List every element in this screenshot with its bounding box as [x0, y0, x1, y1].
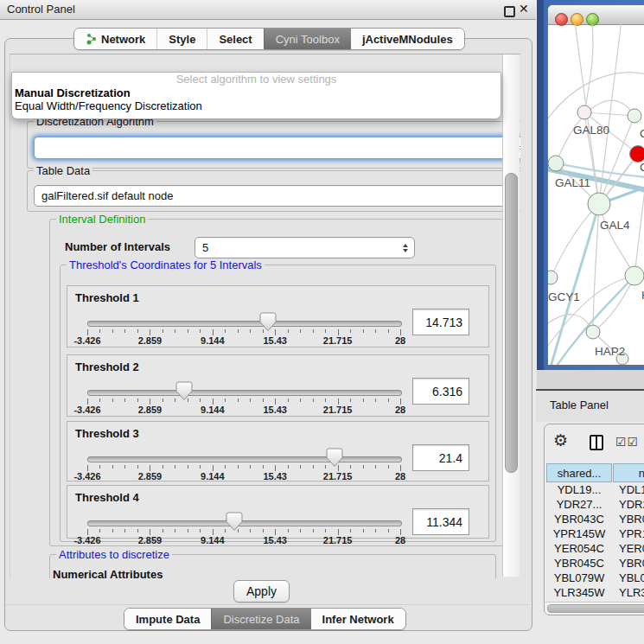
table-cell[interactable]: YDR2 [614, 497, 644, 512]
slider-tick-label: 15.43 [263, 405, 287, 415]
tab-discretize-data[interactable]: Discretize Data [211, 609, 310, 629]
tab-select[interactable]: Select [207, 29, 263, 49]
network-node-label: GCY1 [548, 290, 580, 303]
threshold-label: Threshold 1 [75, 291, 139, 304]
slider-tick [275, 529, 276, 535]
threshold-slider-thumb[interactable] [175, 381, 193, 401]
slider-tick-label: 9.144 [201, 535, 225, 545]
network-node[interactable] [548, 156, 564, 171]
threshold-slider-track[interactable] [87, 456, 402, 462]
algorithm-option[interactable]: Equal Width/Frequency Discretization [12, 99, 501, 112]
network-node[interactable] [577, 105, 591, 119]
tab-impute-data[interactable]: Impute Data [124, 609, 211, 629]
slider-tick [363, 399, 364, 402]
slider-tick [388, 399, 389, 402]
table-header-name[interactable]: name [613, 463, 644, 482]
network-node[interactable] [586, 325, 600, 339]
slider-tick-label: 21.715 [323, 535, 353, 545]
number-of-intervals-combobox[interactable]: 5 [194, 237, 415, 258]
close-icon[interactable]: ✕ [519, 2, 529, 16]
network-edge[interactable] [584, 24, 593, 112]
table-cell[interactable]: YBR045C [546, 556, 612, 571]
tab-cyni-toolbox[interactable]: Cyni Toolbox [264, 29, 351, 49]
algorithm-combobox[interactable] [34, 137, 520, 159]
slider-tick [338, 529, 339, 535]
threshold-value-field[interactable]: 6.316 [412, 378, 469, 405]
checkbox-filter-icons[interactable]: ☑☑ [615, 435, 639, 449]
slider-tick [313, 465, 314, 469]
table-header-shared-name[interactable]: shared... [546, 463, 612, 482]
threshold-slider-track[interactable] [87, 321, 402, 327]
table-hscrollbar-thumb[interactable] [547, 604, 644, 613]
network-node[interactable] [628, 109, 641, 123]
tab-network[interactable]: Network [74, 29, 156, 49]
slider-tick [375, 329, 376, 333]
apply-button[interactable]: Apply [233, 580, 290, 603]
slider-tick [263, 399, 264, 402]
slider-tick [350, 399, 351, 402]
slider-tick [200, 329, 201, 333]
threshold-slider-thumb[interactable] [326, 448, 343, 468]
table-hscrollbar-track[interactable] [545, 602, 644, 614]
table-cell[interactable]: YPR1 [614, 526, 644, 541]
slider-tick [350, 529, 351, 532]
algorithm-option[interactable]: Manual Discretization [12, 86, 501, 99]
settings-scrollbar-thumb[interactable] [505, 173, 518, 473]
tab-infer-network[interactable]: Infer Network [311, 609, 405, 629]
slider-tick-label: 9.144 [201, 471, 225, 481]
slider-tick [388, 329, 389, 333]
threshold-value-field[interactable]: 14.713 [412, 309, 469, 335]
slider-tick [238, 465, 239, 469]
threshold-slider-track[interactable] [87, 390, 402, 396]
table-cell[interactable]: YBL079W [546, 571, 612, 585]
threshold-slider-track[interactable] [87, 520, 402, 526]
network-node[interactable] [588, 193, 610, 215]
algorithm-popup-prompt: Select algorithm to view settings [12, 73, 501, 86]
table-cell[interactable]: YBR0 [614, 512, 644, 526]
threshold-value-field[interactable]: 11.344 [412, 508, 469, 535]
gear-icon[interactable]: ⚙ [553, 432, 568, 449]
table-cell[interactable]: YBL0 [614, 571, 644, 585]
table-cell[interactable]: YBR043C [546, 512, 612, 526]
slider-tick [175, 329, 175, 333]
threshold-value-field[interactable]: 21.4 [412, 444, 469, 471]
threshold-slider-thumb[interactable] [259, 312, 277, 332]
network-node[interactable] [625, 266, 644, 285]
float-window-icon[interactable] [504, 6, 515, 17]
network-canvas[interactable]: GAL80GCGAL11GAL4GCY1HHAP2 [548, 24, 644, 365]
slider-tick [300, 529, 301, 532]
slider-tick [225, 399, 226, 402]
table-cell[interactable]: YLR345W [546, 585, 612, 600]
slider-tick-label: 15.43 [263, 535, 287, 545]
slider-tick-label: 2.859 [138, 405, 163, 415]
network-node-label: C [640, 161, 644, 174]
table-cell[interactable]: YPR145W [546, 526, 612, 541]
table-cell[interactable]: YBR0 [614, 556, 644, 571]
network-edge[interactable] [551, 204, 599, 277]
table-cell[interactable]: YER0 [614, 541, 644, 556]
table-cell[interactable]: YDL1 [614, 482, 644, 497]
slider-tick [313, 329, 314, 333]
network-edge[interactable] [548, 276, 634, 353]
table-cell[interactable]: YER054C [546, 541, 612, 556]
network-edge[interactable] [593, 276, 634, 332]
table-cell[interactable]: YDR27... [546, 497, 612, 512]
slider-tick-label: -3.426 [73, 471, 100, 481]
tab-jactivemnodules[interactable]: jActiveMNodules [351, 29, 464, 49]
network-edge[interactable] [599, 204, 634, 276]
slider-tick-label: 28 [395, 335, 405, 346]
column-layout-icon[interactable] [590, 435, 603, 450]
table-data-combobox[interactable]: galFiltered.sif default node [34, 185, 519, 207]
slider-tick [200, 529, 201, 532]
network-node[interactable] [630, 146, 644, 163]
threshold-coordinates-label: Threshold's Coordinates for 5 Intervals [67, 258, 265, 271]
network-node[interactable] [548, 271, 558, 284]
slider-tick [375, 529, 376, 532]
network-window-titlebar[interactable] [548, 5, 644, 25]
threshold-slider-thumb[interactable] [226, 512, 243, 532]
tab-style[interactable]: Style [156, 29, 207, 49]
slider-tick [388, 529, 389, 532]
slider-tick [124, 399, 125, 402]
table-cell[interactable]: YLR3 [614, 585, 644, 600]
table-cell[interactable]: YDL19... [546, 482, 612, 497]
